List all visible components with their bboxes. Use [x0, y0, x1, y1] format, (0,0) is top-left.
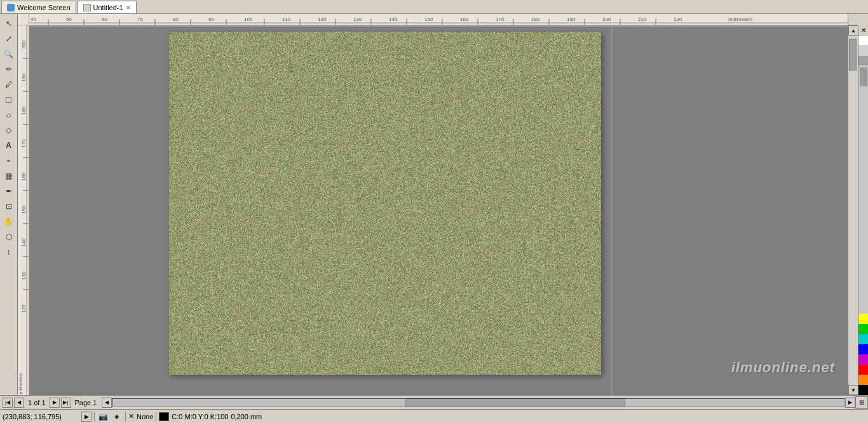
svg-text:210: 210: [638, 17, 647, 22]
welcome-screen-icon: [7, 4, 15, 11]
color-swatch-cyan[interactable]: [858, 334, 868, 344]
pan-tool-button[interactable]: ✋: [2, 215, 16, 229]
svg-text:160: 160: [21, 172, 27, 181]
svg-text:50: 50: [66, 17, 72, 22]
coordinate-display: (230,883; 116,795): [3, 413, 79, 420]
no-color-swatch[interactable]: ✕: [858, 25, 868, 36]
page-info: 1 of 1: [25, 399, 48, 406]
rectangle-tool-button[interactable]: □: [2, 93, 16, 107]
untitled-icon: [83, 4, 91, 11]
color-swatch-lightgray[interactable]: [858, 46, 868, 56]
color-swatch-yellow[interactable]: [858, 314, 868, 324]
freehand-tool-button[interactable]: ✏: [2, 62, 16, 76]
tab-label-welcome: Welcome Screen: [17, 4, 71, 11]
svg-text:190: 190: [567, 17, 576, 22]
vertical-ruler: 200 190 180 170 160 150 140 130: [18, 25, 29, 395]
svg-text:180: 180: [531, 17, 540, 22]
zoom-tool-button[interactable]: 🔍: [2, 47, 16, 61]
scroll-up-button[interactable]: ▲: [848, 25, 858, 36]
pen-tool-button[interactable]: 🖊: [2, 77, 16, 91]
svg-text:180: 180: [21, 106, 27, 115]
svg-text:millimeters: millimeters: [728, 17, 752, 22]
svg-text:200: 200: [602, 17, 611, 22]
svg-text:120: 120: [21, 304, 27, 313]
prev-page-button[interactable]: ◀: [14, 398, 24, 408]
svg-text:40: 40: [31, 17, 36, 22]
color-palette: ✕: [858, 25, 868, 395]
svg-text:170: 170: [21, 139, 27, 148]
crop-tool-button[interactable]: ⊡: [2, 199, 16, 213]
tab-welcome-screen[interactable]: Welcome Screen: [1, 1, 76, 13]
watermark-text: ilmuonline.net: [731, 359, 835, 376]
color-swatch-green[interactable]: [858, 324, 868, 334]
snapshot-button[interactable]: 📷: [97, 411, 109, 422]
polygon-tool-button[interactable]: ◇: [2, 123, 16, 137]
eyedropper-tool-button[interactable]: ✒: [2, 184, 16, 198]
svg-text:220: 220: [674, 17, 682, 22]
status-separator-3: [156, 412, 156, 421]
layer-button[interactable]: ◈: [111, 411, 123, 422]
first-page-button[interactable]: |◀: [3, 398, 13, 408]
text-tool-button[interactable]: A: [2, 138, 16, 152]
tab-untitled-1[interactable]: Untitled-1 ✕: [78, 1, 137, 13]
color-swatch-gray[interactable]: [858, 56, 868, 66]
h-scroll-track[interactable]: [112, 398, 845, 407]
document-page: [169, 32, 601, 375]
h-scroll-thumb[interactable]: [405, 399, 625, 407]
svg-text:90: 90: [208, 17, 214, 22]
svg-text:160: 160: [460, 17, 469, 22]
fill-tool-button[interactable]: ▦: [2, 169, 16, 183]
color-swatch-red[interactable]: [858, 365, 868, 375]
color-swatch-orange[interactable]: [858, 375, 868, 385]
horizontal-scrollbar[interactable]: ◀ ▶: [102, 396, 855, 410]
fill-color-box[interactable]: [159, 412, 169, 421]
color-swatch-magenta[interactable]: [858, 354, 868, 365]
blend-tool-button[interactable]: ↕: [2, 245, 16, 259]
mesh-tool-button[interactable]: ⬡: [2, 230, 16, 244]
color-swatch-blue[interactable]: [858, 344, 868, 354]
zoom-to-fit-button[interactable]: ⊞: [855, 396, 868, 409]
fill-none-label: None: [137, 413, 153, 420]
svg-text:140: 140: [21, 238, 27, 247]
scroll-right-button[interactable]: ▶: [845, 398, 855, 408]
next-page-button[interactable]: ▶: [50, 398, 60, 408]
status-bar: (230,883; 116,795) ▶ 📷 ◈ ✕ None C:0 M:0 …: [0, 409, 868, 423]
scroll-left-button[interactable]: ◀: [102, 398, 112, 408]
svg-text:190: 190: [21, 73, 27, 82]
last-page-button[interactable]: ▶|: [61, 398, 71, 408]
bezier-tool-button[interactable]: ⌁: [2, 154, 16, 168]
stroke-size-label: 0,200 mm: [231, 413, 262, 420]
scrollbar-row: |◀ ◀ 1 of 1 ▶ ▶| Page 1 ◀ ▶ ⊞: [0, 395, 868, 409]
status-separator-1: [94, 412, 95, 421]
svg-text:130: 130: [21, 271, 27, 280]
page-label: Page 1: [72, 399, 100, 406]
canvas-area[interactable]: ilmuonline.net: [29, 25, 848, 395]
svg-text:110: 110: [282, 17, 291, 22]
right-scrollbar[interactable]: ▲ ▼: [848, 25, 858, 395]
palette-scrollbar-thumb[interactable]: [860, 67, 867, 86]
svg-text:200: 200: [21, 40, 27, 49]
fill-label: ✕: [128, 412, 134, 420]
tab-close-button[interactable]: ✕: [126, 4, 131, 11]
expand-status-button[interactable]: ▶: [81, 412, 92, 422]
scroll-down-button[interactable]: ▼: [848, 385, 858, 395]
svg-text:130: 130: [353, 17, 362, 22]
svg-text:150: 150: [21, 205, 27, 214]
status-separator-2: [125, 412, 126, 421]
fill-color-label: C:0 M:0 Y:0 K:100: [172, 413, 228, 420]
left-toolbar: ↖ ⤢ 🔍 ✏ 🖊 □ ○ ◇ A ⌁ ▦ ✒ ⊡ ✋ ⬡ ↕: [0, 14, 18, 395]
vertical-ruler-svg: 200 190 180 170 160 150 140 130: [18, 25, 29, 395]
svg-text:140: 140: [389, 17, 398, 22]
color-swatch-black[interactable]: [858, 385, 868, 395]
scroll-thumb-vertical[interactable]: [849, 39, 857, 70]
color-swatch-white[interactable]: [858, 36, 868, 46]
select-tool-button[interactable]: ↖: [2, 17, 16, 30]
svg-text:80: 80: [173, 17, 179, 22]
noise-texture: [169, 32, 601, 375]
tab-label-untitled: Untitled-1: [93, 4, 123, 11]
ellipse-tool-button[interactable]: ○: [2, 108, 16, 122]
svg-text:100: 100: [244, 17, 253, 22]
transform-tool-button[interactable]: ⤢: [2, 32, 16, 46]
svg-text:120: 120: [318, 17, 327, 22]
scroll-track-vertical[interactable]: [848, 36, 858, 385]
